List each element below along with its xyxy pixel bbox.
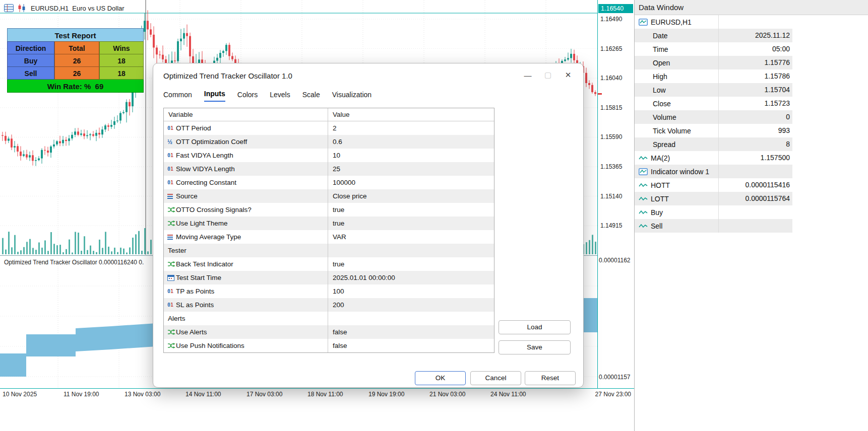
data-window-value: 993	[718, 124, 792, 137]
data-window-row: Volume0	[635, 110, 792, 124]
param-name: Alerts	[164, 315, 328, 322]
param-row[interactable]: Use Push Notificationsfalse	[164, 339, 494, 352]
param-row[interactable]: Use Alertsfalse	[164, 325, 494, 339]
param-row[interactable]: 01SL as Points200	[164, 298, 494, 312]
indicator-line-icon	[639, 182, 648, 188]
dialog-titlebar[interactable]: Optimized Trend Tracker Oscillator 1.0 —…	[153, 63, 583, 88]
data-window-label: LOTT	[651, 195, 669, 203]
param-value[interactable]: VAR	[328, 230, 494, 244]
dialog-tabs: CommonInputsColorsLevelsScaleVisualizati…	[153, 88, 583, 102]
param-row[interactable]: 01Fast VIDYA Length10	[164, 149, 494, 162]
enum-input-icon	[167, 234, 173, 241]
param-row[interactable]: Back Test Indicatortrue	[164, 257, 494, 271]
param-icon-cell	[164, 234, 176, 241]
integer-input-icon: 01	[167, 153, 173, 158]
data-window-label: Buy	[651, 208, 663, 217]
param-row[interactable]: Test Start Time2025.01.01 00:00:00	[164, 271, 494, 284]
data-window-label-cell: Tick Volume	[635, 127, 718, 135]
param-name: OTTO Crossing Signals?	[176, 206, 328, 213]
close-icon[interactable]: ✕	[558, 66, 578, 84]
param-value[interactable]: true	[328, 257, 494, 271]
data-window-row: Indicator window 1	[635, 165, 792, 178]
param-row[interactable]: 01OTT Period2	[164, 121, 494, 135]
tab-visualization[interactable]: Visualization	[332, 91, 371, 102]
param-row[interactable]: Use Light Themetrue	[164, 217, 494, 230]
save-button[interactable]: Save	[499, 340, 571, 354]
param-value[interactable]: Close price	[328, 189, 494, 203]
time-axis-label: 18 Nov 11:00	[307, 391, 343, 398]
param-value[interactable]: 2025.01.01 00:00:00	[328, 271, 494, 284]
candles-icon[interactable]	[18, 4, 27, 12]
data-window-row: Sell	[635, 219, 792, 233]
param-value[interactable]: 100000	[328, 176, 494, 189]
param-row[interactable]: Alerts	[164, 312, 494, 325]
price-axis[interactable]: 1.16540 1.164901.162651.160401.158151.15…	[598, 0, 634, 388]
param-row[interactable]: 01Correcting Constant100000	[164, 176, 494, 189]
param-value[interactable]: 0.6	[328, 135, 494, 149]
param-row[interactable]: Moving Average TypeVAR	[164, 230, 494, 244]
price-axis-label: 1.15365	[600, 163, 622, 170]
data-window-label-cell: MA(2)	[635, 154, 718, 162]
tab-levels[interactable]: Levels	[270, 91, 290, 102]
ok-button[interactable]: OK	[415, 371, 466, 385]
minimize-icon[interactable]: —	[518, 66, 538, 84]
cancel-button[interactable]: Cancel	[470, 371, 521, 385]
data-window-row: Tick Volume993	[635, 124, 792, 137]
data-window-value	[718, 205, 792, 219]
data-window-value: 8	[718, 137, 792, 151]
inputs-table: Variable Value 01OTT Period2½OTT Optimiz…	[163, 108, 494, 353]
quote-table-icon[interactable]	[4, 4, 14, 12]
param-icon-cell	[164, 342, 176, 349]
data-window-row: Spread8	[635, 137, 792, 151]
data-window-title[interactable]: Data Window	[635, 0, 868, 15]
param-value[interactable]: true	[328, 203, 494, 217]
param-name: OTT Optimization Coeff	[176, 138, 328, 146]
data-window-label-cell: HOTT	[635, 181, 718, 189]
data-window-label: Sell	[651, 222, 662, 230]
time-axis-label: 14 Nov 11:00	[185, 391, 221, 398]
param-value[interactable]: 10	[328, 149, 494, 162]
param-row[interactable]: 01TP as Points100	[164, 284, 494, 298]
indicator-line-icon	[639, 209, 648, 216]
param-icon-cell: 01	[164, 166, 176, 172]
param-value[interactable]: false	[328, 325, 494, 339]
param-icon-cell: 01	[164, 302, 176, 308]
param-icon-cell: 01	[164, 153, 176, 158]
data-window-row: Close1.15723	[635, 97, 792, 110]
param-name: Test Start Time	[176, 274, 328, 281]
param-row[interactable]: OTTO Crossing Signals?true	[164, 203, 494, 217]
ask-price-tick	[598, 93, 602, 95]
price-axis-label: 1.16265	[600, 45, 622, 52]
integer-input-icon: 01	[167, 180, 173, 185]
param-row[interactable]: 01Slow VIDYA Length25	[164, 162, 494, 176]
data-window-value	[718, 15, 792, 29]
param-value[interactable]: true	[328, 217, 494, 230]
reset-button[interactable]: Reset	[525, 371, 576, 385]
maximize-icon[interactable]: ▢	[538, 66, 558, 84]
data-window-value: 05:00	[718, 42, 792, 56]
data-window-value: 0	[718, 110, 792, 124]
data-window-row: Low1.15704	[635, 83, 792, 97]
param-value[interactable]: 25	[328, 162, 494, 176]
param-value[interactable]: false	[328, 339, 494, 352]
param-value[interactable]	[328, 244, 494, 257]
param-name: OTT Period	[176, 124, 328, 132]
param-value[interactable]: 200	[328, 298, 494, 312]
tab-colors[interactable]: Colors	[237, 91, 258, 102]
param-value[interactable]: 2	[328, 121, 494, 135]
param-value[interactable]	[328, 312, 494, 325]
param-row[interactable]: Tester	[164, 244, 494, 257]
indicator-line-icon	[639, 155, 648, 161]
win-rate-row: Win Rate: % 69	[7, 79, 144, 93]
param-icon-cell	[164, 220, 176, 227]
param-row[interactable]: ½OTT Optimization Coeff0.6	[164, 135, 494, 149]
tab-scale[interactable]: Scale	[302, 91, 320, 102]
test-report-cell: 18	[99, 66, 144, 80]
time-axis[interactable]: 10 Nov 202511 Nov 19:0013 Nov 03:0014 No…	[0, 389, 634, 431]
tab-common[interactable]: Common	[163, 91, 192, 102]
param-value[interactable]: 100	[328, 284, 494, 298]
tab-inputs[interactable]: Inputs	[204, 90, 225, 102]
load-button[interactable]: Load	[499, 320, 571, 334]
param-row[interactable]: SourceClose price	[164, 189, 494, 203]
bool-input-icon	[167, 220, 175, 227]
